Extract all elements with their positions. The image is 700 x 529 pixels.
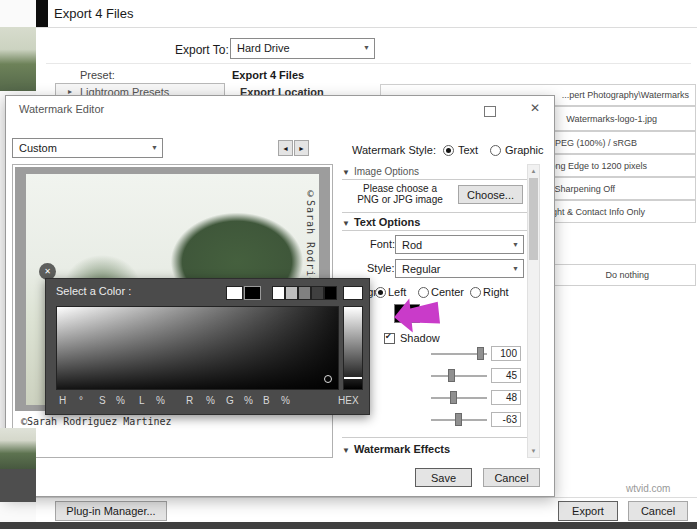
- plugin-manager-button[interactable]: Plug-in Manager...: [55, 501, 167, 521]
- opacity-slider-thumb[interactable]: [477, 347, 484, 360]
- watermark-effects-header-label: Watermark Effects: [354, 443, 450, 455]
- lightness-slider-marker[interactable]: [344, 377, 362, 379]
- recent-swatch-white[interactable]: [226, 286, 243, 300]
- percent-unit: %: [156, 395, 165, 406]
- opacity-value[interactable]: 100: [491, 346, 521, 361]
- saturation-label: S: [99, 395, 106, 406]
- filmstrip-thumbnail-top[interactable]: [0, 27, 36, 91]
- watermark-effects-header[interactable]: ▼Watermark Effects: [342, 437, 527, 455]
- scroll-up-icon[interactable]: ▲: [528, 165, 539, 177]
- align-right-radio[interactable]: [470, 287, 481, 298]
- filmstrip-dark-area: [0, 469, 36, 502]
- section-triangle-icon: ▼: [342, 168, 350, 177]
- export-to-value: Hard Drive: [237, 42, 290, 54]
- preset-label: Preset:: [80, 69, 115, 81]
- maximize-icon[interactable]: [484, 106, 496, 117]
- previous-image-button[interactable]: ◄: [278, 140, 293, 156]
- gray-swatch-5[interactable]: [324, 286, 337, 300]
- options-scrollbar[interactable]: ▲ ▼: [527, 164, 540, 458]
- text-options-header[interactable]: ▼Text Options: [342, 212, 527, 231]
- screen: Export 4 Files Export To: Hard Drive ▼ P…: [0, 0, 700, 529]
- percent-unit: %: [206, 395, 215, 406]
- image-hint: Please choose a PNG or JPG image: [344, 183, 456, 205]
- font-value: Rod: [402, 239, 422, 251]
- font-style-value: Regular: [402, 263, 441, 275]
- scrollbar-thumb[interactable]: [529, 178, 538, 260]
- image-hint-line2: PNG or JPG image: [344, 194, 456, 205]
- next-image-button[interactable]: ►: [294, 140, 309, 156]
- gray-swatch-3[interactable]: [298, 286, 311, 300]
- gray-swatch-2[interactable]: [285, 286, 298, 300]
- radius-slider-thumb[interactable]: [450, 391, 457, 404]
- lightness-slider[interactable]: [343, 306, 363, 390]
- watermark-text-bottom[interactable]: ©Sarah Rodriguez Martinez: [21, 416, 172, 427]
- font-style-label: Style:: [367, 262, 395, 274]
- section-triangle-icon: ▼: [342, 219, 350, 228]
- align-left-radio[interactable]: [375, 287, 386, 298]
- watermark-editor-title: Watermark Editor: [19, 103, 104, 115]
- degree-unit: °: [79, 395, 83, 406]
- offset-value[interactable]: 45: [491, 368, 521, 383]
- font-style-dropdown[interactable]: Regular ▼: [395, 259, 524, 278]
- style-text-label[interactable]: Text: [458, 144, 478, 156]
- export-button[interactable]: Export: [558, 501, 618, 521]
- blue-label: B: [263, 395, 270, 406]
- angle-slider-thumb[interactable]: [455, 413, 462, 426]
- site-watermark: wtvid.com: [626, 483, 670, 494]
- scroll-down-icon[interactable]: ▼: [528, 445, 539, 457]
- radius-slider-track[interactable]: [431, 397, 487, 399]
- text-options-header-label: Text Options: [354, 216, 420, 228]
- percent-unit: %: [116, 395, 125, 406]
- red-label: R: [186, 395, 193, 406]
- recent-swatch-black-selected[interactable]: [244, 286, 261, 300]
- offset-slider-track[interactable]: [431, 375, 487, 377]
- radius-value[interactable]: 48: [491, 390, 521, 405]
- shadow-checkbox[interactable]: ✔: [384, 333, 395, 344]
- watermark-cancel-button[interactable]: Cancel: [483, 468, 540, 487]
- header-divider: [46, 63, 691, 64]
- app-bottom-strip: [0, 522, 697, 529]
- style-text-radio[interactable]: [443, 145, 454, 156]
- filmstrip-thumbnail-bottom[interactable]: [0, 428, 36, 469]
- close-icon[interactable]: ✕: [530, 101, 540, 115]
- percent-unit: %: [244, 395, 253, 406]
- title-divider: [36, 27, 697, 28]
- color-picker-panel: Select a Color : H ° S % L % R % G % B %…: [45, 278, 370, 415]
- annotation-arrow-icon: [393, 296, 441, 334]
- chevron-down-icon: ▼: [512, 265, 519, 272]
- image-options-header[interactable]: ▼Image Options: [342, 166, 527, 180]
- align-right-label[interactable]: Right: [483, 286, 509, 298]
- chevron-down-icon: ▼: [151, 144, 158, 151]
- previous-icon: ◄: [282, 145, 289, 152]
- save-button[interactable]: Save: [415, 468, 472, 487]
- saturation-lightness-field[interactable]: [56, 306, 339, 390]
- anchor-close-icon: ✕: [44, 267, 51, 276]
- font-label: Font:: [370, 238, 395, 250]
- current-swatch-white[interactable]: [343, 286, 363, 300]
- field-cursor[interactable]: [324, 375, 332, 383]
- choose-image-button[interactable]: Choose...: [458, 185, 523, 204]
- chevron-down-icon: ▼: [512, 241, 519, 248]
- footer-divider: [36, 497, 697, 498]
- lightness-label: L: [139, 395, 145, 406]
- watermark-style-label: Watermark Style:: [352, 144, 436, 156]
- gray-swatch-4[interactable]: [311, 286, 324, 300]
- watermark-preset-dropdown[interactable]: Custom ▼: [12, 138, 163, 158]
- annotation-arrow-shape: [393, 296, 441, 334]
- section-triangle-icon: ▼: [342, 446, 350, 455]
- next-icon: ►: [298, 145, 305, 152]
- angle-value[interactable]: -63: [491, 412, 521, 427]
- gray-swatch-1[interactable]: [272, 286, 285, 300]
- green-label: G: [226, 395, 234, 406]
- offset-slider-thumb[interactable]: [448, 369, 455, 382]
- chevron-down-icon: ▼: [363, 44, 370, 51]
- check-icon: ✔: [385, 332, 392, 341]
- export-cancel-button[interactable]: Cancel: [628, 501, 688, 521]
- hue-label: H: [59, 395, 66, 406]
- percent-unit: %: [281, 395, 290, 406]
- export-to-dropdown[interactable]: Hard Drive ▼: [230, 38, 375, 59]
- font-dropdown[interactable]: Rod ▼: [395, 235, 524, 254]
- image-options-header-label: Image Options: [354, 166, 419, 177]
- style-graphic-label[interactable]: Graphic: [505, 144, 544, 156]
- style-graphic-radio[interactable]: [490, 145, 501, 156]
